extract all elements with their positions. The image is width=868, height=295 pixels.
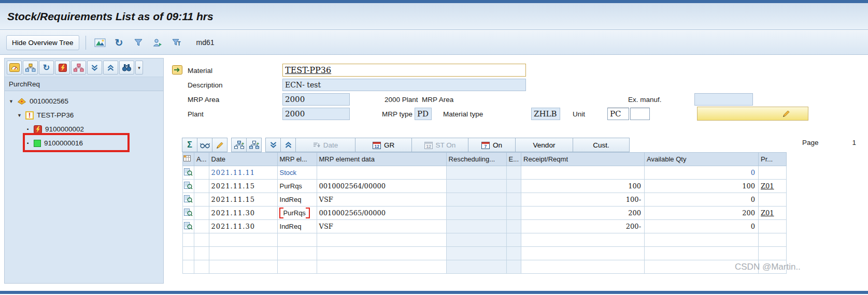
date-button[interactable]: Date [295, 138, 355, 152]
header-details-icon[interactable] [172, 65, 182, 75]
cell-element-data[interactable]: VSF [317, 193, 446, 207]
expander-icon[interactable]: ▼ [17, 113, 22, 118]
cell-icon [183, 220, 194, 233]
collapse-all-button[interactable] [103, 61, 118, 75]
display-settings-button[interactable] [7, 61, 22, 75]
column-header[interactable]: MRP el... [277, 153, 317, 166]
graphic-button[interactable] [92, 35, 108, 50]
detail-icon[interactable] [184, 209, 193, 216]
sigma-icon: Σ [187, 140, 192, 150]
display-change-button[interactable] [197, 138, 212, 152]
cell-pr[interactable]: Z01 [759, 180, 787, 193]
tree-item-material[interactable]: ▼ ! TEST-PP36 [5, 108, 163, 122]
material-input[interactable] [282, 64, 526, 77]
cell-icon [183, 207, 194, 220]
detail-icon[interactable] [184, 168, 193, 176]
on-button[interactable]: 7 On [468, 138, 516, 152]
cell-mrp-element[interactable]: IndReq [277, 220, 317, 233]
hierarchy-plus-icon: + [234, 141, 244, 149]
hierarchy-icon [25, 64, 36, 72]
column-header[interactable]: Receipt/Reqmt [521, 153, 645, 166]
column-header[interactable]: Available Qty [645, 153, 759, 166]
filter-t-icon: T [172, 38, 181, 47]
table-row[interactable]: 2021.11.15 IndReq VSF 100- 0 [183, 193, 787, 207]
cell-rescheduling [446, 166, 506, 180]
filter-values-button[interactable]: T [169, 35, 184, 50]
glasses-icon [200, 142, 210, 149]
cell-mrp-element[interactable]: IndReq [277, 193, 317, 207]
table-row[interactable]: 2021.11.15 PurRqs 0010002564/00000 100 1… [183, 180, 787, 193]
cell-element-data[interactable]: VSF [317, 220, 446, 233]
selection-column-header[interactable] [183, 153, 194, 166]
order-tree-button[interactable]: + [246, 138, 262, 152]
find-dropdown-button[interactable]: ▾ [135, 61, 143, 75]
column-header[interactable]: Rescheduling... [446, 153, 506, 166]
binoculars-icon [122, 64, 132, 71]
filter-icon [134, 38, 143, 47]
cell-mrp-element[interactable]: PurRqs [277, 207, 317, 220]
cell-receipt: 100 [521, 180, 645, 193]
flash-icon [34, 125, 42, 134]
column-header[interactable]: Date [209, 153, 277, 166]
tree-item-purchreq-1[interactable]: · 9100000002 [5, 122, 163, 136]
table-header-row: A... Date MRP el... MRP element data Res… [183, 153, 787, 166]
detail-icon[interactable] [184, 222, 193, 230]
cell-icon [183, 193, 194, 207]
sum-button[interactable]: Σ [182, 138, 197, 152]
column-header[interactable]: A... [194, 153, 209, 166]
gr-button-label: GR [384, 141, 394, 149]
pencil-icon [216, 141, 224, 149]
material-type-field: ZHLB [531, 108, 560, 120]
tree-item-order[interactable]: ▼ 0010002565 [5, 94, 163, 108]
fire-event-button[interactable] [55, 61, 70, 75]
cell-element-data[interactable]: 0010002565/00000 [317, 207, 446, 220]
column-header[interactable]: MRP element data [317, 153, 446, 166]
mrp-type-label: MRP type [382, 108, 412, 121]
detail-icon[interactable] [184, 182, 193, 189]
order-report-button[interactable]: + [231, 138, 247, 152]
user-arrow-icon [153, 38, 162, 47]
expand-details-button[interactable] [265, 138, 281, 152]
unit-field-2[interactable] [630, 108, 650, 120]
column-header[interactable]: E... [506, 153, 521, 166]
expander-icon[interactable]: ▼ [9, 99, 14, 104]
st-on-button[interactable]: 12 ST On [411, 138, 468, 152]
org-chart-button[interactable] [71, 61, 86, 75]
cell-receipt: 200 [521, 207, 645, 220]
tree-root-label[interactable]: PurchReq [5, 77, 163, 91]
cell-mrp-element[interactable]: PurRqs [277, 180, 317, 193]
cell-pr[interactable]: Z01 [759, 207, 787, 220]
tree-refresh-button[interactable]: ↻ [39, 61, 54, 75]
cell-mrp-element[interactable]: Stock [277, 166, 317, 180]
cell-icon [183, 180, 194, 193]
gr-button[interactable]: 12 GR [355, 138, 412, 152]
hierarchy-button[interactable] [23, 61, 38, 75]
filter-button[interactable] [131, 35, 146, 50]
user-settings-button[interactable] [150, 35, 165, 50]
cell-e [506, 166, 521, 180]
dropdown-arrow-icon: ▾ [138, 65, 140, 70]
tree-item-purchreq-2[interactable]: · 9100000016 [5, 136, 163, 150]
cell-element-data[interactable]: 0010002564/00000 [317, 180, 446, 193]
cell-receipt: 100- [521, 193, 645, 207]
column-header[interactable]: Pr... [759, 153, 787, 166]
mrp-area-field: 2000 [282, 93, 350, 106]
refresh-icon: ↻ [115, 38, 123, 48]
collapse-details-button[interactable] [280, 138, 296, 152]
svg-text:T: T [178, 41, 181, 47]
refresh-icon: ↻ [43, 64, 50, 72]
change-button[interactable] [697, 107, 808, 121]
table-row[interactable]: 2021.11.11 Stock 0 [183, 166, 787, 180]
expand-all-button[interactable] [87, 61, 102, 75]
find-button[interactable] [119, 61, 134, 75]
refresh-button[interactable]: ↻ [111, 35, 127, 50]
vendor-button[interactable]: Vendor [515, 138, 573, 152]
table-row[interactable]: 2021.11.30 PurRqs 0010002565/00000 200 2… [183, 207, 787, 220]
cust-button[interactable]: Cust. [573, 138, 630, 152]
hide-overview-tree-button[interactable]: Hide Overview Tree [6, 35, 79, 50]
unit-field[interactable]: PC [607, 108, 629, 120]
detail-icon[interactable] [184, 195, 193, 203]
edit-button[interactable] [212, 138, 227, 152]
table-row[interactable]: 2021.11.30 IndReq VSF 200- 0 [183, 220, 787, 233]
annotation-brackets: PurRqs [280, 209, 309, 217]
